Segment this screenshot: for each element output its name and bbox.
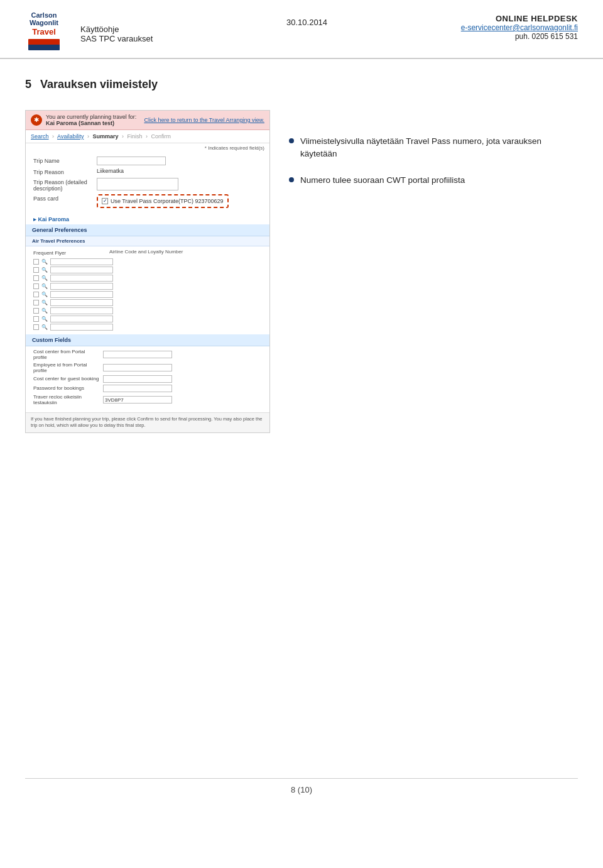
general-prefs-bar: General Preferences	[26, 224, 269, 236]
pass-card-checkbox[interactable]	[102, 198, 108, 204]
cwt-breadcrumb: Search › Availability › Summary › Finish…	[26, 130, 269, 143]
crumb-availability[interactable]: Availability	[57, 133, 84, 140]
ff-search-6[interactable]: 🔍	[41, 300, 48, 305]
ff-row-3: 🔍	[33, 275, 262, 282]
frequent-flyer-section: Frequent Flyer Airline Code and Loyalty …	[26, 246, 269, 334]
cf-row-2: Cost center for guest booking	[33, 375, 262, 383]
ff-input-4[interactable]	[50, 283, 113, 290]
pass-card-row: Pass card Use Travel Pass Corporate(TPC)…	[33, 194, 262, 208]
ff-input-8[interactable]	[50, 316, 113, 322]
screenshot-area: ✱ You are currently planning travel for:…	[25, 110, 270, 433]
cf-row-4: Traver recloc oikeisiin testauksiin 3VD8…	[33, 394, 262, 405]
page-content: 5 Varauksen viimeistely ✱ You are curren…	[0, 59, 603, 813]
bullet-dot-1	[289, 138, 294, 143]
ff-checkbox-6[interactable]	[33, 300, 39, 305]
ff-row-5: 🔍	[33, 291, 262, 298]
ff-header-row: Frequent Flyer Airline Code and Loyalty …	[33, 249, 262, 256]
crumb-sep1: ›	[52, 133, 54, 140]
header-right: ONLINE HELPDESK e-servicecenter@carlsonw…	[461, 11, 578, 41]
cwt-banner: ✱ You are currently planning travel for:…	[26, 111, 269, 130]
ff-search-3[interactable]: 🔍	[41, 275, 48, 281]
ff-search-8[interactable]: 🔍	[41, 316, 48, 322]
page-number: 8 (10)	[291, 785, 312, 794]
cf-label-2: Cost center for guest booking	[33, 376, 99, 382]
helpdesk-label: ONLINE HELPDESK	[461, 14, 578, 23]
ff-col-label: Airline Code and Loyalty Number	[109, 249, 183, 255]
helpdesk-email[interactable]: e-servicecenter@carlsonwagonlit.fi	[461, 23, 578, 32]
cf-row-3: Password for bookings	[33, 385, 262, 392]
ff-checkbox-7[interactable]	[33, 308, 39, 314]
ff-checkbox-4[interactable]	[33, 283, 39, 289]
bullet-text-2: Numero tulee suoraan CWT portal profiili…	[300, 174, 465, 187]
banner-text: You are currently planning travel for: K…	[46, 114, 136, 126]
ff-input-6[interactable]	[50, 299, 113, 306]
required-note: * Indicates required field(s)	[26, 143, 269, 153]
ff-row-9: 🔍	[33, 324, 262, 331]
trip-reason-detail-label: Trip Reason (detailed description)	[33, 178, 93, 192]
trip-name-input[interactable]	[97, 157, 166, 165]
banner-link[interactable]: Click here to return to the Travel Arran…	[144, 117, 264, 123]
ff-input-1[interactable]	[50, 258, 113, 265]
ff-checkbox-9[interactable]	[33, 324, 39, 330]
ff-search-4[interactable]: 🔍	[41, 283, 48, 289]
crumb-sep2: ›	[87, 133, 89, 140]
cf-label-3: Password for bookings	[33, 385, 99, 391]
logo-line1: Carlson	[31, 11, 57, 19]
cf-input-0[interactable]	[103, 351, 172, 358]
cf-input-3[interactable]	[103, 385, 172, 392]
cwt-form-section: Trip Name Trip Reason Liikematka Trip Re…	[26, 153, 269, 214]
ff-checkbox-2[interactable]	[33, 267, 39, 273]
ff-row-1: 🔍	[33, 258, 262, 265]
trip-name-row: Trip Name	[33, 157, 262, 165]
ff-input-3[interactable]	[50, 275, 113, 282]
cf-label-4: Traver recloc oikeisiin testauksiin	[33, 394, 99, 405]
pass-card-text: Use Travel Pass Corporate(TPC) 923700629	[111, 198, 224, 204]
banner-icon: ✱	[31, 114, 42, 126]
cf-input-4[interactable]: 3VD8P7	[103, 396, 172, 404]
ff-row-4: 🔍	[33, 283, 262, 290]
header-left: Carlson Wagonlit Travel Käyttöohje SAS T…	[19, 11, 153, 50]
header-date: 30.10.2014	[286, 11, 327, 27]
pass-card-label: Pass card	[33, 194, 93, 202]
custom-fields-bar: Custom Fields	[26, 334, 269, 346]
ff-label: Frequent Flyer	[33, 249, 93, 256]
crumb-summary: Summary	[92, 133, 118, 140]
cf-row-1: Employee id from Portal profile	[33, 362, 262, 373]
ff-search-7[interactable]: 🔍	[41, 308, 48, 314]
ff-input-9[interactable]	[50, 324, 113, 331]
page-header: Carlson Wagonlit Travel Käyttöohje SAS T…	[0, 0, 603, 59]
ff-search-5[interactable]: 🔍	[41, 292, 48, 297]
ff-input-7[interactable]	[50, 307, 113, 314]
ff-row-6: 🔍	[33, 299, 262, 306]
ff-checkbox-8[interactable]	[33, 316, 39, 322]
guide-title: Käyttöohje	[80, 25, 153, 34]
crumb-confirm: Confirm	[151, 133, 171, 140]
ff-checkbox-3[interactable]	[33, 275, 39, 281]
trip-reason-value: Liikematka	[97, 168, 262, 174]
cf-input-2[interactable]	[103, 375, 172, 383]
banner-planning-text: You are currently planning travel for:	[46, 114, 136, 120]
trip-reason-detail-row: Trip Reason (detailed description)	[33, 178, 262, 192]
ff-checkbox-1[interactable]	[33, 259, 39, 265]
cwt-footer-text: If you have finished planning your trip,…	[26, 412, 269, 432]
bullet-item-1: Viimeistelysivulla näytetään Travel Pass…	[289, 135, 578, 161]
ff-search-9[interactable]: 🔍	[41, 324, 48, 330]
section-title: Varauksen viimeistely	[40, 78, 158, 91]
ff-search-1[interactable]: 🔍	[41, 259, 48, 265]
logo-line2: Wagonlit	[30, 19, 58, 26]
ff-input-5[interactable]	[50, 291, 113, 298]
traveler-link[interactable]: ▸ Kai Paroma	[26, 214, 269, 224]
description-area: Viimeistelysivulla näytetään Travel Pass…	[289, 110, 578, 201]
page-footer: 8 (10)	[25, 778, 578, 794]
ff-input-2[interactable]	[50, 266, 113, 273]
trip-reason-detail-input[interactable]	[97, 178, 178, 190]
ff-checkbox-5[interactable]	[33, 292, 39, 297]
crumb-search[interactable]: Search	[31, 133, 49, 140]
ff-row-2: 🔍	[33, 266, 262, 273]
helpdesk-phone: puh. 0205 615 531	[461, 32, 578, 41]
cf-row-0: Cost center from Portal profile	[33, 349, 262, 360]
cf-input-1[interactable]	[103, 364, 172, 371]
crumb-sep3: ›	[122, 133, 124, 140]
cf-label-1: Employee id from Portal profile	[33, 362, 99, 373]
ff-search-2[interactable]: 🔍	[41, 267, 48, 273]
